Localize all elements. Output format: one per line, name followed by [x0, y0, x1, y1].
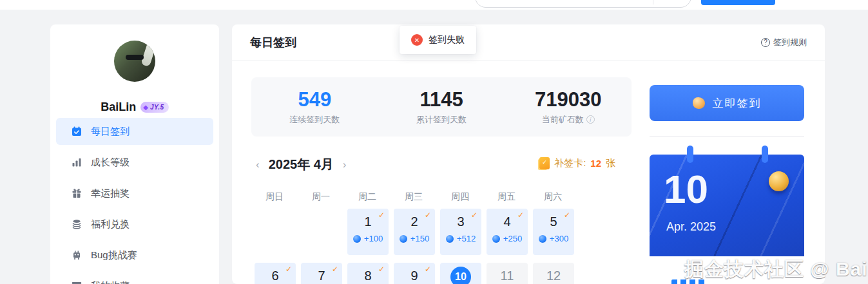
stat-label-text: 累计签到天数 — [416, 114, 467, 126]
makeup-card-counter[interactable]: 补签卡: 12 张 — [539, 157, 615, 169]
growth-chart-icon — [72, 157, 82, 167]
calendar-day-7[interactable]: 7✓ — [301, 263, 342, 284]
calendar-pin-icon — [687, 146, 693, 163]
weekday-label: 周三 — [391, 184, 437, 209]
checkin-button-label: 立即签到 — [713, 96, 762, 111]
sidebar-item-growth-level[interactable]: 成长等级 — [56, 149, 213, 176]
next-month-icon[interactable]: › — [342, 159, 348, 170]
ore-icon — [492, 235, 500, 243]
day-bonus: +250 — [487, 234, 528, 243]
sidebar-item-label: 福利兑换 — [91, 218, 130, 231]
day-bonus: +100 — [347, 234, 389, 243]
gift-icon — [72, 188, 82, 198]
checked-icon: ✓ — [285, 265, 292, 274]
calendar-day-1[interactable]: 1+100✓ — [347, 209, 389, 255]
date-poster-card: 10 Apr. 2025 — [650, 155, 804, 256]
makeup-card-count: 12 — [590, 158, 601, 169]
sidebar-item-welfare-exchange[interactable]: 福利兑换 — [56, 211, 213, 238]
checked-icon: ✓ — [471, 211, 477, 220]
calendar-month-label: 2025年 4月 — [269, 156, 334, 173]
sidebar-item-daily-checkin[interactable]: 每日签到 — [56, 118, 213, 145]
checked-icon: ✓ — [378, 265, 385, 274]
gold-ball-icon — [769, 171, 789, 191]
bonus-amount: +300 — [550, 234, 568, 243]
weekday-label: 周六 — [530, 184, 576, 209]
weekday-label: 周五 — [483, 184, 530, 209]
calendar-check-icon — [72, 126, 82, 137]
topbar-primary-button[interactable] — [701, 0, 775, 5]
level-badge: ◆ JY.5 — [140, 102, 168, 113]
ore-nugget-icon — [693, 97, 705, 109]
stat-block: 1145累计签到天数 — [378, 88, 505, 126]
stat-value: 1145 — [378, 88, 505, 111]
checked-icon: ✓ — [517, 211, 524, 220]
makeup-card-icon — [539, 157, 550, 169]
calendar-day-12[interactable]: 12 — [533, 263, 574, 284]
weekday-label: 周日 — [251, 184, 298, 209]
calendar-day-8[interactable]: 8✓ — [347, 263, 389, 284]
divider — [650, 137, 804, 137]
sidebar-item-label: 幸运抽奖 — [91, 187, 130, 200]
bonus-amount: +512 — [457, 234, 476, 243]
calendar-pin-icon — [762, 146, 768, 163]
bonus-amount: +150 — [410, 234, 429, 243]
sidebar-item-bug-challenge[interactable]: Bug挑战赛 — [56, 241, 213, 269]
ore-icon — [446, 235, 454, 243]
checked-icon: ✓ — [425, 211, 431, 220]
calendar-nav: ‹ 2025年 4月 › — [255, 156, 348, 173]
user-row: BaiLin ◆ JY.5 — [50, 100, 219, 114]
calendar-day-2[interactable]: 2+150✓ — [394, 209, 435, 255]
coins-icon — [72, 219, 82, 229]
calendar-day-6[interactable]: 6✓ — [255, 263, 296, 284]
calendar: 周日周一周二周三周四周五周六 1+100✓2+150✓3+512✓4+250✓5… — [251, 184, 579, 209]
weekday-header: 周日周一周二周三周四周五周六 — [251, 184, 579, 209]
prev-month-icon[interactable]: ‹ — [255, 159, 261, 170]
stat-label: 当前矿石数i — [505, 114, 632, 126]
error-circle-icon: ✕ — [411, 34, 423, 46]
sidebar-menu: 每日签到成长等级幸运抽奖福利兑换Bug挑战赛我的收藏 — [56, 118, 213, 284]
ore-icon — [353, 235, 361, 243]
toast-checkin-failed: ✕ 签到失败 — [400, 26, 476, 54]
ore-icon — [400, 235, 407, 243]
stat-label: 连续签到天数 — [251, 114, 378, 126]
calendar-day-3[interactable]: 3+512✓ — [440, 209, 481, 255]
sidebar-item-lucky-draw[interactable]: 幸运抽奖 — [56, 180, 213, 207]
makeup-card-label: 补签卡: — [554, 157, 586, 169]
level-badge-label: JY.5 — [150, 104, 164, 111]
avatar[interactable] — [114, 41, 155, 82]
checkin-page: BaiLin ◆ JY.5 每日签到成长等级幸运抽奖福利兑换Bug挑战赛我的收藏… — [0, 0, 868, 284]
day-number: 11 — [487, 269, 528, 283]
checkin-now-button[interactable]: 立即签到 — [650, 85, 804, 121]
calendar-day-10[interactable]: 10 — [440, 263, 481, 284]
search-input[interactable] — [475, 0, 691, 8]
info-circle-icon[interactable]: i — [586, 115, 595, 124]
day-number: 12 — [533, 269, 574, 283]
day-bonus: +300 — [533, 234, 574, 243]
page-title: 每日签到 — [250, 35, 296, 50]
stat-label: 累计签到天数 — [378, 114, 505, 126]
username: BaiLin — [101, 100, 136, 114]
calendar-day-5[interactable]: 5+300✓ — [533, 209, 574, 255]
checked-icon: ✓ — [425, 265, 431, 274]
sidebar-item-label: 我的收藏 — [91, 280, 130, 284]
calendar-day-4[interactable]: 4+250✓ — [487, 209, 528, 255]
stat-label-text: 当前矿石数 — [542, 114, 584, 126]
sidebar: BaiLin ◆ JY.5 每日签到成长等级幸运抽奖福利兑换Bug挑战赛我的收藏 — [50, 24, 219, 284]
bonus-amount: +100 — [364, 234, 383, 243]
watermark: 掘金技术社区 @ BaiLin — [684, 256, 868, 283]
checked-icon: ✓ — [332, 265, 338, 274]
stat-value: 549 — [251, 88, 378, 111]
diamond-icon: ◆ — [143, 104, 148, 111]
calendar-day-11[interactable]: 11 — [487, 263, 528, 284]
sidebar-item-my-collection[interactable]: 我的收藏 — [56, 272, 213, 284]
checked-icon: ✓ — [564, 211, 570, 220]
toast-message: 签到失败 — [429, 34, 465, 46]
checked-icon: ✓ — [378, 211, 385, 220]
sidebar-item-label: 每日签到 — [91, 126, 130, 138]
stat-label-text: 连续签到天数 — [289, 114, 340, 126]
sidebar-item-label: Bug挑战赛 — [91, 249, 137, 261]
weekday-label: 周四 — [437, 184, 483, 209]
calendar-day-9[interactable]: 9✓ — [394, 263, 435, 284]
box-icon — [72, 281, 82, 284]
poster-month-year: Apr. 2025 — [666, 220, 716, 234]
